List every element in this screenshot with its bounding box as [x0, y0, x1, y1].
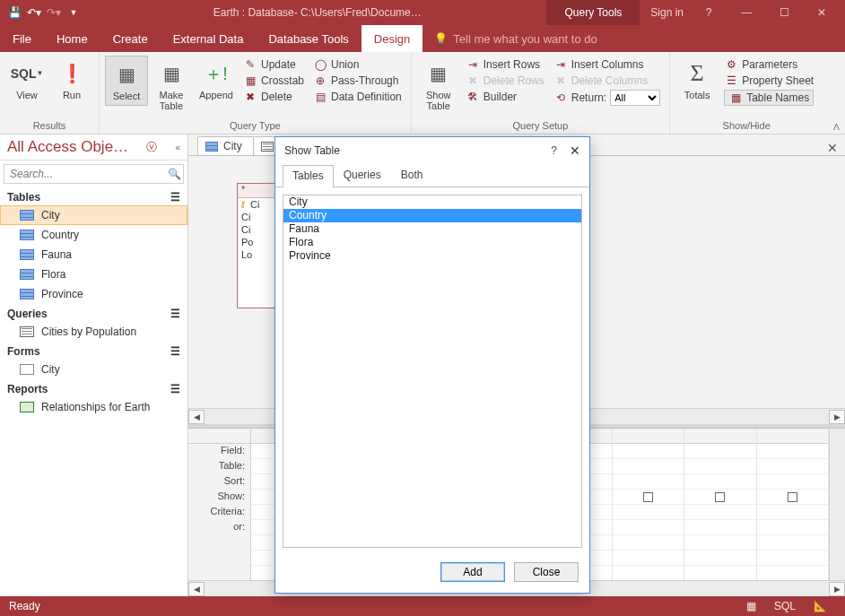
return-select[interactable]: All [610, 90, 660, 106]
dialog-tab-queries[interactable]: Queries [334, 164, 391, 187]
passthrough-button[interactable]: ⊕Pass-Through [313, 74, 402, 88]
nav-item-province[interactable]: Province [0, 284, 187, 304]
collapse-ribbon-icon[interactable]: ᐱ [833, 122, 840, 132]
show-table-button[interactable]: ▦Show Table [417, 56, 460, 115]
grid-cell[interactable] [757, 551, 829, 566]
minimize-icon[interactable]: — [734, 6, 759, 19]
scroll-right-icon[interactable]: ▶ [829, 582, 845, 596]
union-button[interactable]: ◯Union [313, 57, 402, 72]
grid-cell[interactable] [613, 459, 684, 474]
close-icon[interactable]: ✕ [809, 6, 834, 19]
return-row[interactable]: ⟲Return: All [553, 90, 660, 106]
append-button[interactable]: ＋!Append [195, 56, 238, 104]
nav-group-queries[interactable]: Queries☰ [0, 304, 187, 322]
doc-close-icon[interactable]: ✕ [820, 141, 845, 155]
run-button[interactable]: ❗ Run [50, 56, 93, 104]
nav-item-country[interactable]: Country [0, 225, 187, 245]
dialog-list-item[interactable]: Country [283, 209, 581, 222]
show-checkbox[interactable] [643, 492, 653, 502]
nav-item-city[interactable]: City [0, 205, 187, 225]
grid-column[interactable] [757, 429, 830, 580]
grid-column[interactable] [613, 429, 685, 580]
search-input[interactable] [4, 165, 165, 183]
grid-cell[interactable] [684, 474, 756, 490]
dialog-close-icon[interactable]: ✕ [570, 143, 580, 158]
save-icon[interactable]: 💾 [7, 5, 22, 20]
update-button[interactable]: ✎Update [243, 57, 304, 72]
view-sql-button[interactable]: SQL [765, 600, 805, 612]
grid-cell[interactable] [613, 520, 684, 535]
tab-create[interactable]: Create [100, 25, 161, 52]
grid-cell[interactable] [757, 535, 829, 551]
grid-cell[interactable] [757, 474, 829, 490]
nav-group-reports[interactable]: Reports☰ [0, 379, 187, 397]
nav-group-tables[interactable]: Tables☰ [0, 187, 187, 205]
tell-me-input[interactable]: Tell me what you want to do [449, 25, 597, 52]
chevron-up-icon[interactable]: ☰ [170, 308, 180, 320]
dialog-list-item[interactable]: City [283, 195, 581, 209]
dialog-tab-both[interactable]: Both [391, 164, 433, 187]
dialog-list-item[interactable]: Flora [283, 236, 581, 249]
builder-button[interactable]: 🛠Builder [466, 90, 544, 104]
tab-file[interactable]: File [0, 25, 44, 52]
grid-cell[interactable] [684, 444, 756, 459]
insert-rows-button[interactable]: ⇥Insert Rows [466, 57, 544, 72]
chevron-up-icon[interactable]: ☰ [170, 191, 180, 204]
close-button[interactable]: Close [514, 562, 579, 582]
datadef-button[interactable]: ▤Data Definition [313, 90, 402, 104]
scroll-right-icon[interactable]: ▶ [829, 410, 845, 424]
redo-icon[interactable]: ↷▾ [47, 5, 61, 20]
grid-cell[interactable] [684, 520, 756, 535]
grid-cell[interactable] [757, 444, 829, 459]
nav-item-fauna[interactable]: Fauna [0, 245, 187, 265]
view-button[interactable]: SQL▼ View [5, 56, 48, 104]
nav-item-report-relationships[interactable]: Relationships for Earth [0, 397, 187, 417]
sign-in-link[interactable]: Sign in [650, 6, 684, 19]
nav-item-flora[interactable]: Flora [0, 265, 187, 284]
table-names-button[interactable]: ▦Table Names [724, 90, 814, 106]
nav-collapse-icon[interactable]: « [175, 143, 180, 152]
grid-cell[interactable] [613, 474, 684, 490]
dialog-list[interactable]: CityCountryFaunaFloraProvince [283, 195, 582, 548]
help-icon[interactable]: ? [696, 6, 721, 19]
dialog-list-item[interactable]: Fauna [283, 222, 581, 236]
delete-button[interactable]: ✖Delete [243, 90, 304, 104]
grid-cell[interactable] [613, 535, 684, 551]
grid-column[interactable] [684, 429, 757, 580]
nav-item-cities-by-population[interactable]: Cities by Population [0, 322, 187, 342]
nav-group-forms[interactable]: Forms☰ [0, 342, 187, 360]
grid-cell[interactable] [684, 505, 756, 520]
dialog-help-icon[interactable]: ? [551, 144, 557, 157]
grid-cell[interactable] [684, 551, 756, 566]
crosstab-button[interactable]: ▦Crosstab [243, 74, 304, 88]
grid-cell[interactable] [757, 505, 829, 520]
grid-cell[interactable] [613, 505, 684, 520]
nav-dropdown-icon[interactable]: ⓥ [146, 140, 157, 155]
view-datasheet-icon[interactable]: ▦ [737, 600, 765, 612]
scroll-left-icon[interactable]: ◀ [188, 410, 205, 424]
grid-cell[interactable] [613, 490, 684, 505]
doc-tab-city[interactable]: City [197, 136, 254, 155]
grid-vscroll[interactable] [829, 429, 845, 580]
grid-cell[interactable] [757, 520, 829, 535]
parameters-button[interactable]: ⚙Parameters [724, 57, 814, 72]
totals-button[interactable]: ΣTotals [675, 56, 719, 104]
dialog-titlebar[interactable]: Show Table ? ✕ [275, 137, 589, 164]
grid-cell[interactable] [757, 490, 829, 505]
grid-cell[interactable] [613, 551, 684, 566]
show-checkbox[interactable] [715, 492, 725, 502]
view-design-icon[interactable]: 📐 [805, 600, 836, 612]
nav-header[interactable]: All Access Obje… ⓥ « [0, 134, 187, 161]
dialog-list-item[interactable]: Province [283, 249, 581, 263]
undo-icon[interactable]: ↶▾ [27, 5, 41, 20]
nav-item-form-city[interactable]: City [0, 360, 187, 379]
grid-cell[interactable] [613, 444, 684, 459]
dialog-tab-tables[interactable]: Tables [283, 165, 334, 187]
chevron-up-icon[interactable]: ☰ [170, 345, 180, 358]
add-button[interactable]: Add [440, 562, 505, 582]
property-sheet-button[interactable]: ☰Property Sheet [724, 74, 814, 88]
tab-external-data[interactable]: External Data [161, 25, 257, 52]
insert-columns-button[interactable]: ⇥Insert Columns [553, 57, 660, 72]
grid-cell[interactable] [757, 459, 829, 474]
grid-cell[interactable] [684, 535, 756, 551]
